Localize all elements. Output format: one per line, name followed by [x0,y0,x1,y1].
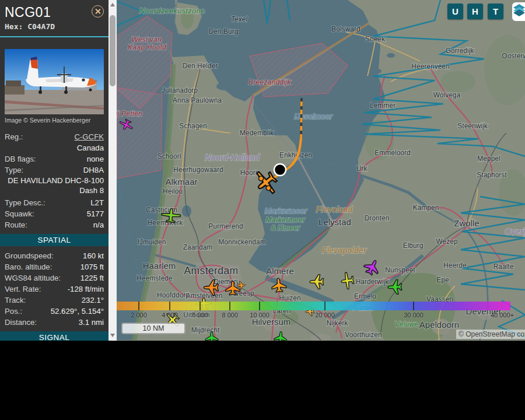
map-label: Purmerend [208,222,243,230]
legend-tick [138,302,139,310]
row-value: 1075 ft [80,261,104,272]
map-label: Sneek [365,35,386,43]
info-row: Baro. altitude:1075 ft [0,261,108,272]
row-label: WGS84 altitude: [5,272,61,284]
section-header-signal[interactable]: SIGNAL [0,331,108,341]
map-label: Raalte [494,262,514,271]
row-value: 160 kt [83,250,104,261]
aircraft-detail-panel: NCG01 Hex: C04A7D [0,0,108,341]
legend-tick [229,302,230,310]
row-value: 1225 ft [80,272,104,284]
hex-code: Hex: C04A7D [5,22,104,31]
map-label: Nunspeet [385,266,415,274]
image-credit: Image © Severin Hackenberger [5,117,104,124]
scroll-down-icon[interactable] [110,334,115,337]
info-row: WGS84 altitude:1225 ft [0,272,108,284]
map-label: Heemskerk [148,219,184,227]
map-label: Schoorl [158,152,181,160]
legend-tick-label: 2 000 [131,312,147,318]
row-label: Distance: [5,317,37,328]
scrollbar-thumb[interactable] [110,15,116,86]
sidebar-scrollbar[interactable] [108,0,117,341]
map-canvas[interactable]: NoordzeekustzoneTexelDen BurgWest vanKaa… [117,0,525,341]
divider [0,36,108,37]
map-label: Monnickendam [218,238,265,246]
map-label: Heiloo [163,187,183,195]
hex-value: C04A7D [27,22,55,31]
map-button-h[interactable]: H [467,4,483,19]
layer-switcher-button[interactable] [512,2,525,21]
map-label: & IJmeer [271,224,300,232]
map-label: Staphorst [477,171,507,179]
legend-tick-label: 20 000 [315,312,335,318]
osm-attribution[interactable]: © OpenStreetMap contributors [456,330,525,339]
info-row: Groundspeed:160 kt [0,250,108,261]
map-label: Lemmer [370,102,396,110]
map-label: Meppel [477,155,500,163]
map-label: Markermeer [265,206,307,215]
map-label: bij Petten [117,110,142,118]
map-label: Heemstede [136,274,173,282]
map-label: Medemblik [240,129,274,137]
aircraft-photo[interactable] [5,49,104,114]
info-row-wide: DE HAVILLAND DHC-8-100 Dash 8 [0,176,108,197]
altitude-legend [117,302,510,310]
map-label: Noord-Holland [205,153,260,162]
map-label: Harderwijk [356,278,390,286]
info-row: Track:232.1° [0,295,108,306]
map-label: Zaandam [183,243,213,251]
map-label: IJmuiden [138,238,166,246]
scale-label: 10 NM [143,324,164,332]
info-row: Type:DH8A [0,164,108,176]
position-dot [274,164,286,176]
legend-tick-label: 10 000 [250,312,270,318]
map-label: Hoorn [240,169,260,177]
row-label: Track: [5,295,26,306]
close-icon[interactable] [92,5,104,18]
registration-link[interactable]: C-GCFK [74,131,104,142]
scroll-up-icon[interactable] [110,3,115,6]
map-label: Den Burg [209,27,239,36]
map-label: Texel [231,15,248,23]
row-label: Reg.: [5,131,23,142]
aircraft-info-rows: Reg.:C-GCFKCanadaDB flags:noneType:DH8AD… [0,131,108,230]
info-row: Reg.:C-GCFK [0,131,108,142]
map-button-t[interactable]: T [488,4,503,19]
row-label: Type: [5,164,23,176]
row-value: 5177 [87,208,104,219]
map-button-u[interactable]: U [447,4,463,19]
info-row: Squawk:5177 [0,208,108,219]
map-label: Voorthuizen [345,331,382,339]
map-label: Wezep [436,237,457,246]
section-header-spatial[interactable]: SPATIAL [0,234,108,246]
map-label: Nijkerk [327,319,349,327]
map-label: Heerde [443,261,467,270]
map-label: Alkmaar [165,177,197,187]
map-label: IJsselmeer [294,112,332,121]
map-label: Hoofddorp [157,291,190,299]
map-label: Heerenveen [411,62,449,71]
info-row: Distance:3.1 nmi [0,317,108,328]
map-label: Mijdrecht [191,326,220,334]
map-label: Flevopolder [322,246,367,255]
map-label: Schagen [179,122,206,130]
row-value: 232.1° [82,295,104,306]
map-label: Veluwe [395,320,419,328]
map-label: Den Helder [183,62,218,70]
info-row: Pos.:52.629°, 5.154° [0,306,108,317]
map-label: Elburg [403,242,424,250]
flight-tracker-app: NCG01 Hex: C04A7D [0,0,525,341]
map-label: Huizen [279,294,300,302]
map-label: West van [131,36,162,44]
info-row: Canada [0,142,108,153]
map-label: Dronten [365,214,390,222]
map-label: Flevoland [316,205,354,214]
legend-tick-label: 30 000 [404,312,424,318]
map-label: Oosterwolde [502,52,525,60]
map-label: Markermeer [265,216,305,224]
legend-tick-label: 4 000 [162,312,178,318]
map-label: Epe [436,276,449,284]
legend-tick [169,302,170,310]
legend-tick [413,302,414,310]
spatial-rows: Groundspeed:160 ktBaro. altitude:1075 ft… [0,250,108,328]
